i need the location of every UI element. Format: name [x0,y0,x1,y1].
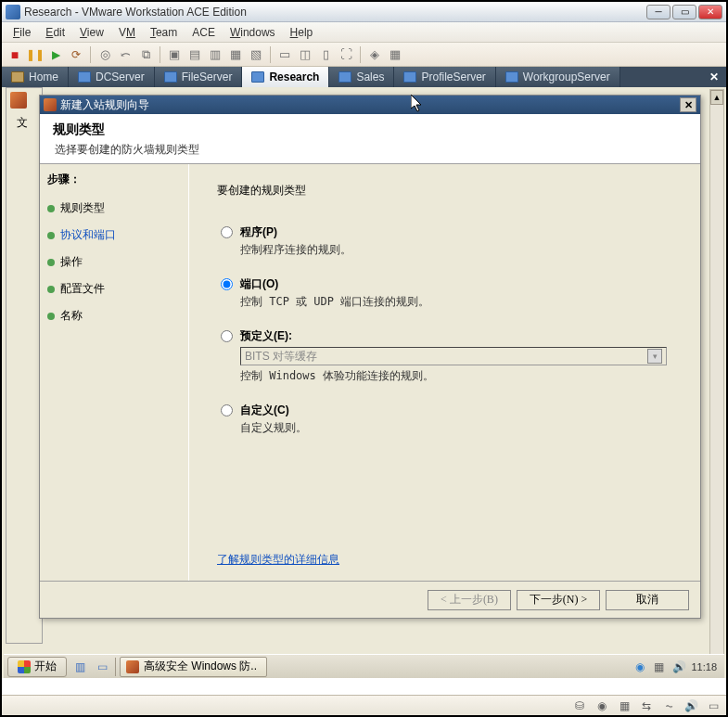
tab-home[interactable]: Home [2,67,69,87]
radio-option-predefined[interactable]: 预定义(E): BITS 对等缓存 ▾ 控制 Windows 体验功能连接的规则… [221,328,672,384]
tb-summary-button[interactable]: ▦ [386,45,404,64]
step-protocol[interactable]: 协议和端口 [44,222,185,249]
status-cd-icon[interactable]: ◉ [594,699,609,712]
close-button[interactable]: ✕ [698,5,722,19]
step-ruletype[interactable]: 规则类型 [44,195,185,222]
tb-btn-b[interactable]: ▤ [185,45,204,64]
radio-program-label: 程序(P) [240,224,672,240]
manage-icon: ⧉ [142,47,150,62]
pause-icon: ❚❚ [26,48,45,61]
learn-more-link[interactable]: 了解规则类型的详细信息 [217,552,339,568]
stop-icon: ■ [11,47,19,62]
radio-predefined-desc: 控制 Windows 体验功能连接的规则。 [240,368,672,384]
tb-stop-button[interactable]: ■ [6,45,24,64]
quicklaunch-explorer[interactable]: ▭ [93,658,111,676]
tb-revert-button[interactable]: ⤺ [116,45,134,64]
wizard-titlebar[interactable]: 新建入站规则向导 ✕ [40,96,700,114]
step-label: 名称 [60,308,83,324]
tb-view2-button[interactable]: ◫ [296,45,314,64]
tb-snapshot-button[interactable]: ◎ [96,45,114,64]
status-network-icon[interactable]: ⇆ [639,699,654,712]
separator [270,46,271,63]
menu-help[interactable]: Help [283,24,321,41]
minimize-button[interactable]: ─ [646,5,671,19]
menu-bar: File Edit View VM Team ACE Windows Help [2,22,726,43]
radio-custom-input[interactable] [221,404,233,416]
menu-file[interactable]: File [6,24,38,41]
menu-view[interactable]: View [72,24,111,41]
tray-icon[interactable]: ◉ [635,660,648,673]
combobox-value: BITS 对等缓存 [245,349,317,365]
tab-sales[interactable]: Sales [329,67,394,87]
radio-predefined-input[interactable] [221,330,233,342]
monitor-icon [505,71,518,83]
taskbar-clock[interactable]: 11:18 [691,661,717,672]
tb-view1-button[interactable]: ▭ [275,45,294,64]
menu-team[interactable]: Team [143,24,185,41]
radio-option-port[interactable]: 端口(O) 控制 TCP 或 UDP 端口连接的规则。 [221,276,672,310]
radio-option-program[interactable]: 程序(P) 控制程序连接的规则。 [221,224,672,258]
menu-windows[interactable]: Windows [223,24,283,41]
status-hdd-icon[interactable]: ⛁ [572,699,587,712]
next-button[interactable]: 下一步(N) > [517,590,600,610]
separator [90,46,91,63]
app-icon [6,5,20,19]
taskbar-item-label: 高级安全 Windows 防.. [144,659,257,674]
tab-close-button[interactable]: ✕ [702,67,726,87]
radio-program-input[interactable] [221,226,233,238]
view-icon: ▭ [279,47,290,61]
tab-workgroupserver[interactable]: WorkgroupServer [496,67,620,87]
cancel-button[interactable]: 取消 [606,590,689,610]
tab-label: ProfileServer [421,70,485,83]
step-name[interactable]: 名称 [44,302,185,329]
tab-profileserver[interactable]: ProfileServer [394,67,495,87]
tb-reset-button[interactable]: ⟳ [67,45,85,64]
status-grab-icon[interactable]: ▭ [706,699,721,712]
radio-port-label: 端口(O) [240,276,672,292]
monitor-icon [78,71,91,83]
back-button[interactable]: < 上一步(B) [428,590,511,610]
status-usb-icon[interactable]: ⏦ [661,699,676,712]
menu-vm[interactable]: VM [111,24,143,41]
tb-btn-c[interactable]: ▥ [206,45,224,64]
status-floppy-icon[interactable]: ▦ [617,699,632,712]
tb-btn-a[interactable]: ▣ [165,45,184,64]
tb-btn-e[interactable]: ▧ [247,45,265,64]
predefined-combobox[interactable]: BITS 对等缓存 ▾ [240,347,667,365]
start-button[interactable]: 开始 [7,657,67,677]
tb-pause-button[interactable]: ❚❚ [26,45,45,64]
radio-port-input[interactable] [221,278,233,290]
menu-ace[interactable]: ACE [185,24,223,41]
tb-manage-button[interactable]: ⧉ [136,45,155,64]
tb-unity-button[interactable]: ◈ [365,45,384,64]
radio-option-custom[interactable]: 自定义(C) 自定义规则。 [221,403,672,436]
tb-view3-button[interactable]: ▯ [316,45,335,64]
step-profile[interactable]: 配置文件 [44,275,185,302]
tray-volume-icon[interactable]: 🔊 [672,660,685,673]
tab-fileserver[interactable]: FileServer [155,67,243,87]
tb-btn-d[interactable]: ▦ [226,45,245,64]
tab-label: Sales [356,70,384,83]
scroll-up-arrow[interactable]: ▲ [710,90,723,105]
status-sound-icon[interactable]: 🔊 [683,699,698,712]
tb-fullscreen-button[interactable]: ⛶ [337,45,355,64]
separator [360,46,361,63]
view-icon: ▯ [323,47,329,61]
tray-network-icon[interactable]: ▦ [654,660,667,673]
wizard-close-button[interactable]: ✕ [680,97,696,112]
home-icon [11,71,24,83]
maximize-button[interactable]: ▭ [672,5,696,19]
taskbar-item-firewall[interactable]: 高级安全 Windows 防.. [120,657,267,677]
firewall-icon [126,660,139,673]
firewall-icon [44,98,57,111]
dropdown-arrow-icon[interactable]: ▾ [647,349,662,364]
tb-play-button[interactable]: ▶ [46,45,65,64]
tab-dcserver[interactable]: DCServer [69,67,155,87]
monitor-icon [338,71,351,83]
separator [160,46,160,63]
scrollbar-vertical[interactable]: ▲ [709,89,724,678]
quicklaunch-show-desktop[interactable]: ▥ [70,658,89,676]
menu-edit[interactable]: Edit [38,24,72,41]
tab-research[interactable]: Research [242,67,329,87]
step-action[interactable]: 操作 [44,249,185,275]
